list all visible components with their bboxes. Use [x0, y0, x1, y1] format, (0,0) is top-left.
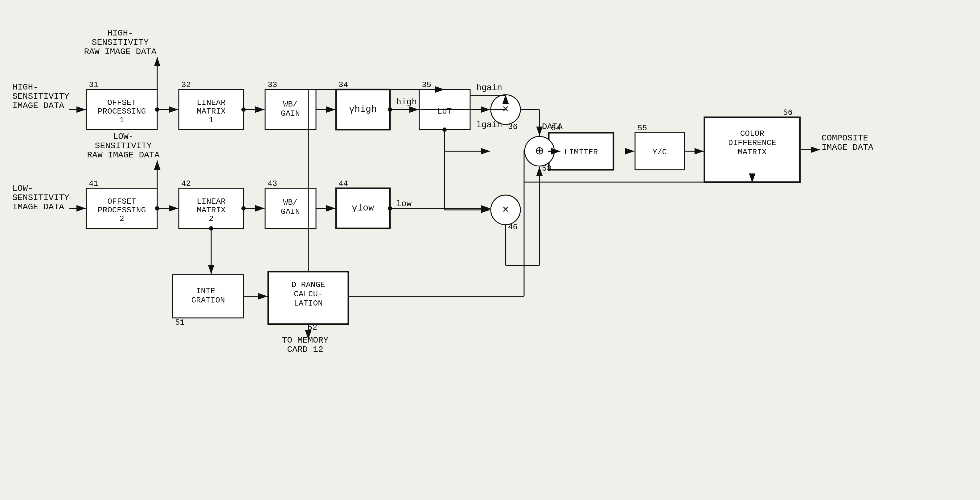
linear-matrix-1-label3: 1: [209, 115, 214, 125]
integration-label2: GRATION: [191, 296, 225, 305]
offset-processing-1-label: OFFSET: [107, 98, 136, 107]
wb-gain-2-label: WB/: [283, 198, 298, 207]
dot-op2-out: [155, 206, 159, 211]
hgain-label: hgain: [476, 83, 502, 93]
num-52: 52: [308, 323, 317, 332]
high-raw-label2: SENSITIVITY: [92, 38, 149, 47]
wb-gain-2-label2: GAIN: [281, 207, 300, 216]
high-signal-label: high: [396, 97, 417, 107]
color-diff-label: COLOR: [740, 129, 764, 138]
d-range-label: D RANGE: [291, 280, 325, 289]
linear-matrix-2-label2: MATRIX: [197, 206, 226, 215]
lut-label: LUT: [438, 107, 452, 116]
high-raw-label3: RAW IMAGE DATA: [84, 47, 156, 56]
diagram-container: OFFSET PROCESSING 1 31 LINEAR MATRIX 1 3…: [0, 0, 980, 500]
num-41: 41: [89, 179, 98, 188]
gamma-high-label: γhigh: [349, 104, 377, 115]
num-43: 43: [267, 179, 277, 188]
num-44: 44: [339, 179, 348, 188]
high-sensitivity-input-label2: SENSITIVITY: [12, 92, 69, 101]
dot-lm1-out: [241, 107, 246, 112]
composite-label: COMPOSITE: [821, 133, 868, 143]
linear-matrix-1-label2: MATRIX: [197, 107, 226, 116]
offset-processing-1-label3: 1: [119, 115, 124, 125]
linear-matrix-2-label: LINEAR: [197, 197, 226, 206]
offset-processing-2-label3: 2: [119, 214, 124, 224]
offset-processing-2-label: OFFSET: [107, 197, 136, 206]
linear-matrix-1-label: LINEAR: [197, 98, 226, 107]
integration-label: INTE-: [196, 286, 220, 296]
memory-card-label: TO MEMORY: [282, 335, 328, 345]
dot-lm2-out: [241, 206, 246, 211]
low-raw-label3: RAW IMAGE DATA: [87, 150, 159, 160]
low-sensitivity-input-label2: SENSITIVITY: [12, 193, 69, 203]
num-56: 56: [783, 108, 792, 117]
num-46: 46: [508, 222, 518, 232]
num-55: 55: [638, 123, 647, 133]
num-34: 34: [339, 80, 348, 89]
num-42: 42: [181, 179, 191, 188]
color-diff-label3: MATRIX: [738, 147, 767, 157]
offset-processing-2-label2: PROCESSING: [98, 206, 146, 215]
composite-label2: IMAGE DATA: [821, 142, 873, 152]
high-sensitivity-input-label: HIGH-: [12, 82, 38, 92]
low-raw-label: LOW-: [113, 132, 134, 141]
color-diff-label2: DIFFERENCE: [728, 138, 776, 147]
d-range-label3: LATION: [294, 299, 323, 308]
num-32: 32: [181, 80, 191, 89]
offset-processing-1-label2: PROCESSING: [98, 107, 146, 116]
num-35: 35: [422, 80, 431, 89]
multiplier-2-x: ×: [502, 204, 509, 216]
adder-plus: ⊕: [535, 145, 544, 158]
low-sensitivity-input-label: LOW-: [12, 184, 33, 193]
low-sensitivity-input-label3: IMAGE DATA: [12, 202, 64, 212]
num-31: 31: [89, 80, 98, 89]
data-label: DATA: [542, 122, 563, 131]
limiter-label: LIMITER: [564, 147, 598, 157]
d-range-label2: CALCU-: [294, 289, 323, 299]
num-53: 53: [542, 164, 552, 173]
wb-gain-1-label: WB/: [283, 100, 298, 109]
memory-card-label2: CARD 12: [287, 345, 323, 354]
low-signal-label: low: [396, 199, 412, 209]
num-51: 51: [175, 318, 185, 327]
dot-gl-out: [388, 206, 392, 211]
high-raw-label: HIGH-: [107, 29, 133, 38]
low-raw-label2: SENSITIVITY: [95, 141, 152, 151]
linear-matrix-2-label3: 2: [209, 214, 214, 224]
svg-rect-3: [0, 0, 980, 500]
lgain-label: lgain: [476, 120, 502, 129]
gamma-low-label: γlow: [352, 203, 374, 213]
num-36: 36: [508, 122, 518, 131]
dot-lgain: [442, 128, 447, 132]
yc-label: Y/C: [652, 147, 667, 157]
high-sensitivity-input-label3: IMAGE DATA: [12, 101, 64, 110]
wb-gain-1-label2: GAIN: [281, 109, 300, 118]
block-diagram: OFFSET PROCESSING 1 31 LINEAR MATRIX 1 3…: [0, 0, 980, 500]
dot-op1-out: [155, 107, 159, 112]
num-33: 33: [267, 80, 277, 89]
dot-lm2-integ: [209, 226, 213, 230]
